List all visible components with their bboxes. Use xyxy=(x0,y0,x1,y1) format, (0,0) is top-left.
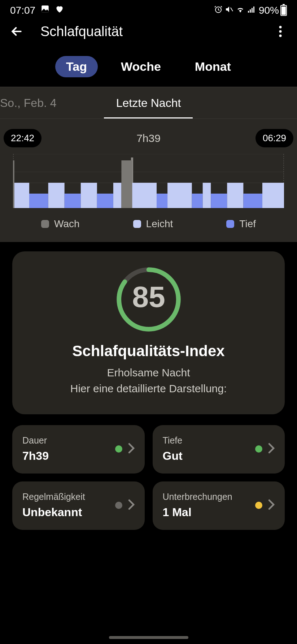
score-sub-line1: Erholsame Nacht xyxy=(27,365,270,381)
svg-rect-32 xyxy=(227,183,243,208)
sleep-start-time: 22:42 xyxy=(4,129,42,147)
svg-rect-24 xyxy=(113,183,122,208)
svg-rect-30 xyxy=(203,183,211,208)
svg-line-2 xyxy=(231,8,233,11)
metric-regularity-value: Unbekannt xyxy=(22,506,85,519)
metric-interruptions[interactable]: Unterbrechungen 1 Mal xyxy=(153,481,285,530)
legend-awake: Wach xyxy=(41,218,80,230)
date-tab-current[interactable]: Letzte Nacht xyxy=(99,87,198,118)
svg-point-9 xyxy=(279,35,282,37)
metric-duration-value: 7h39 xyxy=(22,449,49,463)
alarm-icon xyxy=(214,5,223,16)
legend-light: Leicht xyxy=(133,218,173,230)
sleep-end-time: 06:29 xyxy=(255,129,293,147)
svg-point-7 xyxy=(279,26,282,29)
chevron-right-icon xyxy=(128,499,135,511)
home-indicator[interactable] xyxy=(109,636,188,639)
date-tabs: So., Feb. 4 Letzte Nacht xyxy=(0,87,297,119)
score-ring: 85 xyxy=(114,265,183,334)
svg-rect-25 xyxy=(121,160,132,208)
score-sub-line2: Hier eine detaillierte Darstellung: xyxy=(27,381,270,397)
metric-duration[interactable]: Dauer 7h39 xyxy=(12,425,145,474)
status-bar: 07:07 90% xyxy=(0,0,297,19)
svg-rect-18 xyxy=(14,183,29,208)
svg-rect-20 xyxy=(48,183,65,208)
svg-point-8 xyxy=(279,30,282,33)
tab-day[interactable]: Tag xyxy=(55,56,98,77)
svg-rect-21 xyxy=(65,194,81,208)
legend-label-deep: Tief xyxy=(239,218,256,230)
app-header: Schlafqualität xyxy=(0,19,297,47)
metric-depth[interactable]: Tiefe Gut xyxy=(153,425,285,474)
status-dot-grey xyxy=(115,502,122,509)
heart-icon xyxy=(55,4,64,16)
legend-label-awake: Wach xyxy=(54,218,80,230)
score-value: 85 xyxy=(132,280,165,313)
svg-rect-3 xyxy=(248,11,249,13)
signal-icon xyxy=(247,5,256,16)
date-tab-prev[interactable]: So., Feb. 4 xyxy=(0,87,99,118)
score-title: Schlafqualitäts-Index xyxy=(27,342,270,360)
legend-swatch-light xyxy=(133,220,141,228)
svg-rect-4 xyxy=(250,9,251,13)
back-button[interactable] xyxy=(8,23,25,40)
chevron-right-icon xyxy=(268,499,275,511)
status-dot-green xyxy=(255,445,262,453)
metric-depth-label: Tiefe xyxy=(163,435,183,446)
period-tabs: Tag Woche Monat xyxy=(0,47,297,87)
score-subtitle: Erholsame Nacht Hier eine detaillierte D… xyxy=(27,365,270,396)
svg-rect-19 xyxy=(29,194,48,208)
sleep-chart-section: 22:42 7h39 06:29 Wach Leicht Tief xyxy=(0,119,297,242)
legend-deep: Tief xyxy=(226,218,256,230)
sleep-duration-label: 7h39 xyxy=(136,132,161,144)
legend-label-light: Leicht xyxy=(146,218,173,230)
page-title: Schlafqualität xyxy=(40,24,272,39)
legend-swatch-deep xyxy=(226,220,234,228)
metric-interruptions-value: 1 Mal xyxy=(163,506,232,519)
svg-rect-29 xyxy=(192,194,203,208)
svg-rect-28 xyxy=(167,183,192,208)
sleep-score-card[interactable]: 85 Schlafqualitäts-Index Erholsame Nacht… xyxy=(12,251,285,414)
svg-rect-34 xyxy=(262,183,284,208)
date-tab-next[interactable] xyxy=(198,87,297,118)
status-time: 07:07 xyxy=(10,5,35,16)
chevron-right-icon xyxy=(268,443,275,455)
battery-percent: 90% xyxy=(259,5,279,16)
wifi-icon xyxy=(236,5,245,16)
status-dot-green xyxy=(115,445,122,453)
svg-rect-31 xyxy=(211,194,227,208)
svg-rect-17 xyxy=(13,160,14,208)
svg-rect-26 xyxy=(132,183,157,208)
svg-rect-5 xyxy=(252,8,253,13)
svg-rect-27 xyxy=(157,194,167,208)
metric-depth-value: Gut xyxy=(163,449,183,463)
legend-swatch-awake xyxy=(41,220,49,228)
svg-rect-6 xyxy=(253,7,254,13)
status-dot-yellow xyxy=(255,502,262,509)
svg-rect-23 xyxy=(97,194,113,208)
metric-regularity-label: Regelmäßigkeit xyxy=(22,492,85,502)
sleep-stage-chart[interactable] xyxy=(13,154,284,208)
battery-icon xyxy=(280,5,287,16)
tab-month[interactable]: Monat xyxy=(184,56,242,77)
metric-regularity[interactable]: Regelmäßigkeit Unbekannt xyxy=(12,481,145,530)
metric-duration-label: Dauer xyxy=(22,435,49,446)
svg-rect-22 xyxy=(81,183,97,208)
chevron-right-icon xyxy=(128,443,135,455)
mute-icon xyxy=(225,5,233,16)
tab-week[interactable]: Woche xyxy=(110,56,172,77)
image-icon xyxy=(40,4,50,16)
metric-interruptions-label: Unterbrechungen xyxy=(163,492,232,502)
chart-legend: Wach Leicht Tief xyxy=(0,209,297,230)
more-button[interactable] xyxy=(272,23,289,40)
svg-rect-33 xyxy=(243,194,262,208)
